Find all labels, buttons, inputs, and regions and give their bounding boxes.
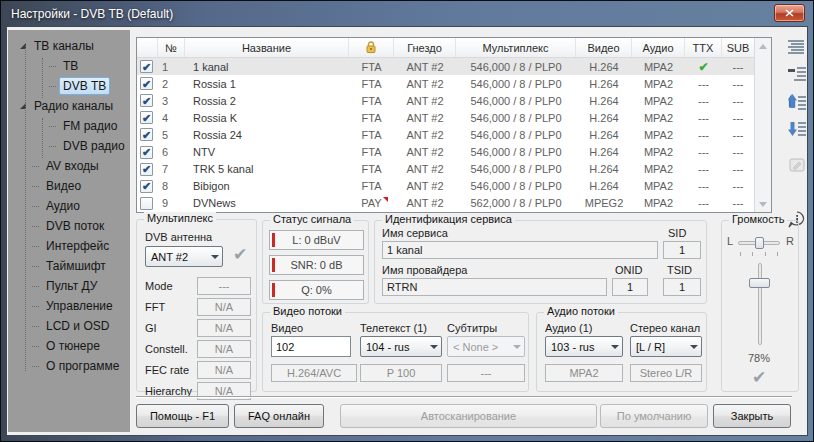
- table-row[interactable]: ✔ 8 Bibigon FTA ANT #2 546,000 / 8 / PLP…: [137, 178, 754, 195]
- balance-slider[interactable]: [738, 241, 780, 245]
- channel-number: 5: [158, 126, 185, 143]
- volume-slider-thumb[interactable]: [749, 278, 770, 288]
- channel-checkbox[interactable]: ✔: [140, 146, 153, 159]
- sidebar-item-radio-channels[interactable]: Радио каналы: [8, 96, 130, 116]
- channel-sub: ---: [722, 178, 754, 195]
- stereo-select[interactable]: [L / R]: [630, 336, 702, 357]
- channel-sub: ---: [722, 109, 754, 126]
- constell-label: Constell.: [145, 343, 188, 355]
- tree-rail: [25, 46, 26, 371]
- faq-button[interactable]: FAQ онлайн: [234, 404, 324, 428]
- teletext-select[interactable]: 104 - rus: [360, 336, 442, 357]
- header-num: №: [158, 38, 185, 57]
- help-button[interactable]: Помощь - F1: [136, 404, 229, 428]
- sid-value: 1: [663, 241, 701, 259]
- channel-checkbox[interactable]: ✔: [140, 180, 153, 193]
- tree-item-label: Радио каналы: [30, 97, 117, 115]
- fft-value: N/A: [197, 298, 251, 316]
- volume-slider[interactable]: [758, 263, 762, 345]
- provider-label: Имя провайдера: [382, 264, 467, 276]
- antenna-select[interactable]: ANT #2: [145, 246, 223, 267]
- channel-multiplex: 546,000 / 8 / PLP0: [456, 126, 576, 143]
- dropdown-arrow-icon: [430, 345, 438, 349]
- header-ttx: TTX: [685, 38, 722, 57]
- volume-panel: Громкость L R 78% ✔: [721, 220, 799, 392]
- sidebar-item-timeshift[interactable]: Таймшифт: [8, 256, 130, 276]
- dropdown-arrow-icon: [611, 345, 619, 349]
- channel-socket: ANT #2: [394, 75, 456, 92]
- channel-list-icon[interactable]: [788, 40, 806, 59]
- scroll-up-button[interactable]: [755, 38, 771, 54]
- channel-socket: ANT #2: [394, 126, 456, 143]
- scroll-up-icon: [759, 44, 767, 49]
- remove-channel-icon[interactable]: [788, 67, 806, 86]
- channel-sub: ---: [722, 126, 754, 143]
- balance-slider-thumb[interactable]: [755, 237, 764, 249]
- move-up-icon[interactable]: [788, 94, 806, 114]
- channel-sub: ---: [722, 58, 754, 75]
- channel-table: № Название Гнездо Мультиплекс Видео Ауди…: [136, 37, 772, 213]
- table-row[interactable]: ✔ 2 Rossia 1 FTA ANT #2 546,000 / 8 / PL…: [137, 75, 754, 92]
- sidebar-item-about-tuner[interactable]: О тюнере: [8, 336, 130, 356]
- table-row[interactable]: 9 DVNews PAY ANT #2 562,000 / 8 / PLP0 M…: [137, 195, 754, 212]
- channel-checkbox[interactable]: [140, 197, 153, 210]
- sidebar-item-interface[interactable]: Интерфейс: [8, 236, 130, 256]
- signal-snr-bar: SNR: 0 dB: [269, 255, 364, 275]
- sidebar-item-lcd-osd[interactable]: LCD и OSD: [8, 316, 130, 336]
- table-row[interactable]: ✔ 1 1 kanal FTA ANT #2 546,000 / 8 / PLP…: [137, 58, 754, 75]
- header-name: Название: [185, 38, 349, 57]
- service-id-panel: Идентификация сервиса Имя сервиса SID 1 …: [374, 220, 707, 304]
- channel-ttx: ---: [685, 144, 722, 161]
- channel-number: 3: [158, 92, 185, 109]
- channel-multiplex: 562,000 / 8 / PLP0: [456, 195, 576, 212]
- volume-ok-icon: ✔: [752, 367, 766, 388]
- channel-checkbox[interactable]: ✔: [140, 77, 153, 90]
- channel-audio-codec: MPA2: [632, 126, 685, 143]
- move-down-icon[interactable]: [788, 122, 806, 142]
- signal-tick: [272, 233, 275, 247]
- signal-tick: [272, 258, 275, 272]
- sidebar-item-video[interactable]: Видео: [8, 176, 130, 196]
- channel-name: Rossia 2: [185, 92, 349, 109]
- channel-multiplex: 546,000 / 8 / PLP0: [456, 75, 576, 92]
- video-pid-input[interactable]: [271, 336, 351, 357]
- sidebar-item-dvb-tv[interactable]: DVB ТВ: [8, 76, 130, 96]
- sidebar-item-tv-channels[interactable]: ТВ каналы: [8, 36, 130, 56]
- channel-access: FTA: [349, 178, 394, 195]
- channel-checkbox[interactable]: ✔: [140, 94, 153, 107]
- sidebar-item-about-program[interactable]: О программе: [8, 356, 130, 376]
- channel-checkbox[interactable]: ✔: [140, 163, 153, 176]
- audio-select[interactable]: 103 - rus: [545, 336, 623, 357]
- channel-table-body: ✔ 1 1 kanal FTA ANT #2 546,000 / 8 / PLP…: [137, 58, 754, 212]
- table-row[interactable]: ✔ 3 Rossia 2 FTA ANT #2 546,000 / 8 / PL…: [137, 92, 754, 109]
- table-row[interactable]: ✔ 4 Rossia K FTA ANT #2 546,000 / 8 / PL…: [137, 109, 754, 126]
- sidebar-item-dvb-stream[interactable]: DVB поток: [8, 216, 130, 236]
- tree-item-label: DVB поток: [42, 217, 108, 235]
- dropdown-arrow-icon: [513, 345, 521, 349]
- sidebar-item-remote[interactable]: Пульт ДУ: [8, 276, 130, 296]
- settings-nav-tree: ТВ каналы ТВ DVB ТВ Радио каналы FM ради…: [8, 30, 130, 432]
- channel-checkbox[interactable]: ✔: [140, 60, 153, 73]
- channel-number: 6: [158, 144, 185, 161]
- close-button[interactable]: [774, 4, 805, 22]
- table-scrollbar[interactable]: [754, 38, 771, 212]
- channel-audio-codec: MPA2: [632, 195, 685, 212]
- sidebar-item-fm-radio[interactable]: FM радио: [8, 116, 130, 136]
- antenna-label: DVB антенна: [145, 231, 212, 243]
- channel-checkbox[interactable]: ✔: [140, 111, 153, 124]
- channel-number: 9: [158, 195, 185, 212]
- close-dialog-button[interactable]: Закрыть: [713, 404, 791, 428]
- multiplex-panel: Мультиплекс DVB антенна ANT #2 ✔ Mode --…: [136, 219, 257, 392]
- audio-streams-panel: Аудио потоки Аудио (1) 103 - rus MPA2 Ст…: [536, 312, 707, 392]
- tree-item-label: DVB радио: [59, 137, 129, 155]
- sidebar-item-audio[interactable]: Аудио: [8, 196, 130, 216]
- table-row[interactable]: ✔ 7 TRK 5 kanal FTA ANT #2 546,000 / 8 /…: [137, 161, 754, 178]
- sidebar-item-dvb-radio[interactable]: DVB радио: [8, 136, 130, 156]
- table-row[interactable]: ✔ 5 Rossia 24 FTA ANT #2 546,000 / 8 / P…: [137, 126, 754, 143]
- sidebar-item-av-inputs[interactable]: AV входы: [8, 156, 130, 176]
- scroll-down-button[interactable]: [755, 196, 771, 212]
- sidebar-item-tv[interactable]: ТВ: [8, 56, 130, 76]
- channel-checkbox[interactable]: ✔: [140, 128, 153, 141]
- table-row[interactable]: ✔ 6 NTV FTA ANT #2 546,000 / 8 / PLP0 H.…: [137, 144, 754, 161]
- sidebar-item-control[interactable]: Управление: [8, 296, 130, 316]
